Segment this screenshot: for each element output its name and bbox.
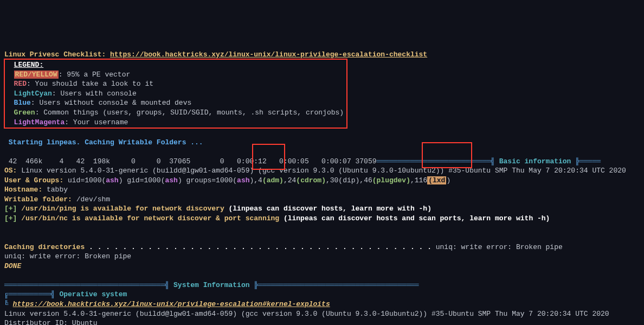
legend-color-label: LightMagenta — [14, 118, 65, 126]
adm-group: (adm) — [262, 176, 284, 184]
legend-desc: : Users with console — [52, 90, 137, 98]
plus-icon: [+] — [4, 214, 21, 222]
legend-color-label: LightCyan — [14, 90, 52, 98]
basic-rule: ═══════════════════════════╣ — [377, 157, 499, 165]
distro-key: Distributor ID: — [4, 319, 68, 325]
os-heading: Operative system — [59, 290, 127, 298]
legend-color-label: RED/YELLOW — [14, 71, 59, 79]
distro-value: Ubuntu — [72, 319, 98, 325]
terminal-output: Linux Privesc Checklist: https://book.ha… — [4, 40, 640, 325]
plus-icon: [+] — [4, 205, 21, 213]
pipe-error: uniq: write error: Broken pipe — [4, 252, 131, 260]
kernel-url[interactable]: https://book.hacktricks.xyz/linux-unix/p… — [13, 300, 330, 308]
checklist-url[interactable]: https://book.hacktricks.xyz/linux-unix/l… — [110, 50, 427, 59]
os-full-line: Linux version 5.4.0-31-generic (buildd@l… — [4, 310, 609, 318]
starting-line: Starting linpeas. Caching Writable Folde… — [4, 138, 203, 146]
ug-label: User & Groups: — [4, 176, 63, 184]
os-label: OS: — [4, 167, 17, 175]
writable-value: /dev/shm — [72, 195, 110, 203]
done-label: DONE — [4, 262, 21, 270]
legend-desc: : Common things (users, groups, SUID/SGI… — [35, 109, 344, 117]
legend-desc: : Your username — [65, 118, 128, 126]
hostname-value: tabby — [42, 186, 68, 194]
legend-desc: : You should take a look to it — [27, 80, 153, 88]
lxd-group: (lxd — [427, 176, 446, 184]
legend-color-label: RED — [14, 80, 27, 88]
writable-label: Writable folder: — [4, 195, 72, 203]
legend-heading: LEGEND: — [14, 61, 44, 69]
sysinfo-heading: System Information — [173, 281, 249, 289]
os-value: Linux version 5.4.0-31-generic (buildd@l… — [17, 167, 626, 175]
basic-heading: Basic information — [499, 157, 571, 165]
checklist-label: Linux Privesc Checklist: — [4, 50, 106, 59]
legend-desc: : 95% a PE vector — [59, 71, 131, 79]
hostname-label: Hostname: — [4, 186, 42, 194]
stats-line: 42 466k 4 42 198k 0 0 37065 0 0:00:12 0:… — [4, 157, 377, 165]
legend-color-label: Green — [14, 109, 35, 117]
cache-label: Caching directories — [4, 243, 89, 251]
legend-desc: : Users without console & mounted devs — [31, 99, 191, 107]
legend-box: LEGEND: RED/YELLOW: 95% a PE vector RED:… — [4, 59, 347, 128]
legend-color-label: Blue — [14, 99, 31, 107]
